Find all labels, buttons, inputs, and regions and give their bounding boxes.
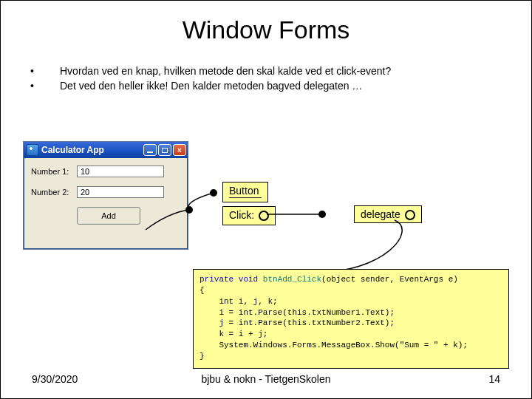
add-button[interactable]: Add	[77, 207, 140, 225]
button-box: Button	[222, 182, 268, 202]
code-text: int i, j, k;	[200, 297, 278, 306]
reference-ring-icon	[405, 210, 415, 220]
bullet-list: • Hvordan ved en knap, hvilken metode de…	[30, 65, 502, 92]
number2-label: Number 2:	[31, 188, 77, 197]
minimize-button[interactable]	[143, 144, 157, 156]
close-button[interactable]: ×	[173, 144, 186, 156]
button-box-label: Button	[229, 185, 259, 197]
connector-dot	[210, 189, 217, 197]
connector-dot	[318, 211, 326, 218]
footer-credit: bjbu & nokn - TietgenSkolen	[1, 373, 531, 385]
code-text: }	[200, 352, 205, 361]
delegate-label: delegate	[361, 208, 400, 220]
bullet-text: Hvordan ved en knap, hvilken metode den …	[60, 65, 391, 77]
window-title: Calculator App	[41, 145, 104, 155]
bullet-item: • Hvordan ved en knap, hvilken metode de…	[30, 65, 502, 77]
click-label: Click:	[229, 209, 254, 221]
click-box: Click:	[222, 206, 276, 225]
connector-dot	[185, 206, 193, 214]
app-icon	[27, 144, 38, 156]
code-text: i = int.Parse(this.txtNumber1.Text);	[200, 308, 395, 317]
slide-title: Window Forms	[1, 16, 531, 44]
bullet-item: • Det ved den heller ikke! Den kalder me…	[30, 80, 502, 92]
bullet-marker: •	[30, 80, 60, 92]
code-text: (object sender, EventArgs e)	[321, 275, 458, 284]
code-method-name: btnAdd_Click	[263, 275, 321, 284]
code-text: k = i + j;	[200, 330, 267, 338]
calculator-window: Calculator App × Number 1: 10 Number 2: …	[23, 141, 188, 250]
code-text: {	[200, 286, 205, 295]
number1-label: Number 1:	[31, 167, 77, 176]
code-snippet: private void btnAdd_Click(object sender,…	[193, 269, 509, 369]
window-titlebar: Calculator App ×	[24, 142, 188, 158]
number1-input[interactable]: 10	[77, 166, 164, 177]
bullet-text: Det ved den heller ikke! Den kalder meto…	[60, 80, 362, 92]
code-text: System.Windows.Forms.MessageBox.Show("Su…	[200, 341, 468, 349]
delegate-box: delegate	[354, 205, 422, 223]
code-text: j = int.Parse(this.txtNumber2.Text);	[200, 318, 395, 327]
reference-ring-icon	[259, 211, 269, 221]
maximize-button[interactable]	[158, 144, 171, 156]
footer-page-number: 14	[488, 373, 500, 385]
code-keyword: private void	[200, 275, 263, 284]
number2-input[interactable]: 20	[77, 186, 164, 198]
bullet-marker: •	[30, 65, 60, 77]
divider	[229, 197, 262, 198]
